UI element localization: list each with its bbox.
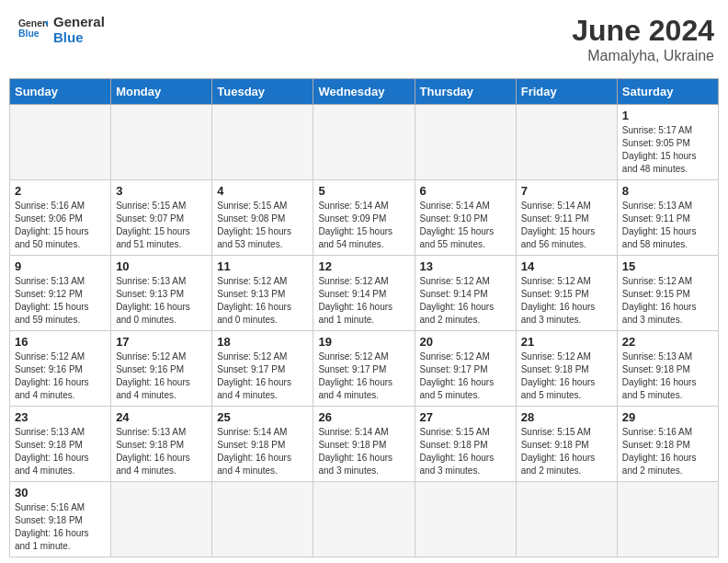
day-number: 16 bbox=[15, 335, 106, 349]
day-number: 24 bbox=[116, 410, 207, 424]
sun-info: Sunrise: 5:12 AM Sunset: 9:18 PM Dayligh… bbox=[521, 350, 612, 402]
calendar-week-6: 30Sunrise: 5:16 AM Sunset: 9:18 PM Dayli… bbox=[10, 482, 719, 557]
calendar-cell bbox=[415, 105, 516, 180]
calendar-cell: 12Sunrise: 5:12 AM Sunset: 9:14 PM Dayli… bbox=[313, 256, 415, 331]
calendar-cell: 18Sunrise: 5:12 AM Sunset: 9:17 PM Dayli… bbox=[212, 331, 313, 407]
day-number: 1 bbox=[622, 109, 713, 122]
calendar-cell: 22Sunrise: 5:13 AM Sunset: 9:18 PM Dayli… bbox=[617, 331, 718, 407]
sun-info: Sunrise: 5:12 AM Sunset: 9:17 PM Dayligh… bbox=[318, 350, 409, 402]
calendar-cell: 5Sunrise: 5:14 AM Sunset: 9:09 PM Daylig… bbox=[313, 180, 415, 256]
calendar-cell: 6Sunrise: 5:14 AM Sunset: 9:10 PM Daylig… bbox=[415, 180, 516, 256]
sun-info: Sunrise: 5:14 AM Sunset: 9:18 PM Dayligh… bbox=[217, 426, 308, 477]
sun-info: Sunrise: 5:12 AM Sunset: 9:15 PM Dayligh… bbox=[521, 275, 612, 327]
day-number: 13 bbox=[420, 259, 511, 273]
calendar-cell bbox=[313, 105, 415, 180]
sun-info: Sunrise: 5:12 AM Sunset: 9:15 PM Dayligh… bbox=[622, 275, 713, 327]
calendar-cell bbox=[415, 482, 516, 557]
day-number: 7 bbox=[521, 184, 612, 198]
sun-info: Sunrise: 5:12 AM Sunset: 9:14 PM Dayligh… bbox=[420, 275, 511, 327]
header-saturday: Saturday bbox=[617, 79, 718, 105]
calendar-cell: 26Sunrise: 5:14 AM Sunset: 9:18 PM Dayli… bbox=[313, 407, 415, 482]
sun-info: Sunrise: 5:15 AM Sunset: 9:18 PM Dayligh… bbox=[420, 426, 511, 477]
sun-info: Sunrise: 5:13 AM Sunset: 9:11 PM Dayligh… bbox=[622, 200, 713, 251]
sun-info: Sunrise: 5:14 AM Sunset: 9:18 PM Dayligh… bbox=[318, 426, 409, 477]
logo-general: General bbox=[53, 14, 105, 29]
header-monday: Monday bbox=[111, 79, 212, 105]
day-number: 9 bbox=[15, 259, 106, 273]
calendar-cell: 2Sunrise: 5:16 AM Sunset: 9:06 PM Daylig… bbox=[10, 180, 111, 256]
calendar-cell: 15Sunrise: 5:12 AM Sunset: 9:15 PM Dayli… bbox=[617, 256, 718, 331]
calendar-week-3: 9Sunrise: 5:13 AM Sunset: 9:12 PM Daylig… bbox=[10, 256, 719, 331]
calendar-cell: 20Sunrise: 5:12 AM Sunset: 9:17 PM Dayli… bbox=[415, 331, 516, 407]
calendar-cell: 1Sunrise: 5:17 AM Sunset: 9:05 PM Daylig… bbox=[617, 105, 718, 180]
calendar-table: SundayMondayTuesdayWednesdayThursdayFrid… bbox=[9, 78, 719, 557]
calendar-cell: 28Sunrise: 5:15 AM Sunset: 9:18 PM Dayli… bbox=[516, 407, 617, 482]
day-number: 28 bbox=[521, 410, 612, 424]
sun-info: Sunrise: 5:14 AM Sunset: 9:09 PM Dayligh… bbox=[318, 200, 409, 251]
day-number: 23 bbox=[15, 410, 106, 424]
header-friday: Friday bbox=[516, 79, 617, 105]
calendar-header-row: SundayMondayTuesdayWednesdayThursdayFrid… bbox=[10, 79, 719, 105]
title-area: June 2024 Mamalyha, Ukraine bbox=[572, 14, 714, 64]
calendar-cell bbox=[212, 482, 313, 557]
sun-info: Sunrise: 5:12 AM Sunset: 9:16 PM Dayligh… bbox=[15, 350, 106, 402]
sun-info: Sunrise: 5:16 AM Sunset: 9:18 PM Dayligh… bbox=[622, 426, 713, 477]
calendar-cell bbox=[10, 105, 111, 180]
sun-info: Sunrise: 5:15 AM Sunset: 9:08 PM Dayligh… bbox=[217, 200, 308, 251]
header-thursday: Thursday bbox=[415, 79, 516, 105]
sun-info: Sunrise: 5:14 AM Sunset: 9:11 PM Dayligh… bbox=[521, 200, 612, 251]
sun-info: Sunrise: 5:17 AM Sunset: 9:05 PM Dayligh… bbox=[622, 124, 713, 176]
day-number: 10 bbox=[116, 259, 207, 273]
day-number: 19 bbox=[318, 335, 409, 349]
calendar-week-1: 1Sunrise: 5:17 AM Sunset: 9:05 PM Daylig… bbox=[10, 105, 719, 180]
day-number: 27 bbox=[420, 410, 511, 424]
calendar-cell: 17Sunrise: 5:12 AM Sunset: 9:16 PM Dayli… bbox=[111, 331, 212, 407]
logo: General Blue General Blue bbox=[18, 14, 105, 45]
sun-info: Sunrise: 5:13 AM Sunset: 9:18 PM Dayligh… bbox=[15, 426, 106, 477]
calendar-cell bbox=[617, 482, 718, 557]
sun-info: Sunrise: 5:16 AM Sunset: 9:18 PM Dayligh… bbox=[15, 501, 106, 553]
day-number: 21 bbox=[521, 335, 612, 349]
sun-info: Sunrise: 5:13 AM Sunset: 9:18 PM Dayligh… bbox=[116, 426, 207, 477]
calendar-cell: 27Sunrise: 5:15 AM Sunset: 9:18 PM Dayli… bbox=[415, 407, 516, 482]
calendar-cell: 29Sunrise: 5:16 AM Sunset: 9:18 PM Dayli… bbox=[617, 407, 718, 482]
calendar-cell bbox=[111, 105, 212, 180]
day-number: 8 bbox=[622, 184, 713, 198]
day-number: 12 bbox=[318, 259, 409, 273]
location: Mamalyha, Ukraine bbox=[572, 48, 714, 64]
sun-info: Sunrise: 5:12 AM Sunset: 9:17 PM Dayligh… bbox=[217, 350, 308, 402]
sun-info: Sunrise: 5:14 AM Sunset: 9:10 PM Dayligh… bbox=[420, 200, 511, 251]
calendar-cell: 8Sunrise: 5:13 AM Sunset: 9:11 PM Daylig… bbox=[617, 180, 718, 256]
calendar-cell: 23Sunrise: 5:13 AM Sunset: 9:18 PM Dayli… bbox=[10, 407, 111, 482]
month-year: June 2024 bbox=[572, 14, 714, 48]
calendar-cell: 25Sunrise: 5:14 AM Sunset: 9:18 PM Dayli… bbox=[212, 407, 313, 482]
sun-info: Sunrise: 5:12 AM Sunset: 9:17 PM Dayligh… bbox=[420, 350, 511, 402]
calendar-week-4: 16Sunrise: 5:12 AM Sunset: 9:16 PM Dayli… bbox=[10, 331, 719, 407]
sun-info: Sunrise: 5:15 AM Sunset: 9:18 PM Dayligh… bbox=[521, 426, 612, 477]
header-wednesday: Wednesday bbox=[313, 79, 415, 105]
svg-text:General: General bbox=[18, 18, 48, 29]
day-number: 17 bbox=[116, 335, 207, 349]
day-number: 30 bbox=[15, 486, 106, 500]
calendar-cell bbox=[212, 105, 313, 180]
day-number: 18 bbox=[217, 335, 308, 349]
calendar-cell bbox=[313, 482, 415, 557]
sun-info: Sunrise: 5:12 AM Sunset: 9:13 PM Dayligh… bbox=[217, 275, 308, 327]
header-tuesday: Tuesday bbox=[212, 79, 313, 105]
header: General Blue General Blue June 2024 Mama… bbox=[9, 9, 719, 69]
calendar-cell: 4Sunrise: 5:15 AM Sunset: 9:08 PM Daylig… bbox=[212, 180, 313, 256]
day-number: 14 bbox=[521, 259, 612, 273]
day-number: 26 bbox=[318, 410, 409, 424]
sun-info: Sunrise: 5:13 AM Sunset: 9:18 PM Dayligh… bbox=[622, 350, 713, 402]
calendar-cell: 3Sunrise: 5:15 AM Sunset: 9:07 PM Daylig… bbox=[111, 180, 212, 256]
calendar-cell: 16Sunrise: 5:12 AM Sunset: 9:16 PM Dayli… bbox=[10, 331, 111, 407]
day-number: 3 bbox=[116, 184, 207, 198]
sun-info: Sunrise: 5:15 AM Sunset: 9:07 PM Dayligh… bbox=[116, 200, 207, 251]
calendar-cell: 14Sunrise: 5:12 AM Sunset: 9:15 PM Dayli… bbox=[516, 256, 617, 331]
header-sunday: Sunday bbox=[10, 79, 111, 105]
calendar-cell: 19Sunrise: 5:12 AM Sunset: 9:17 PM Dayli… bbox=[313, 331, 415, 407]
logo-icon: General Blue bbox=[18, 17, 48, 42]
day-number: 2 bbox=[15, 184, 106, 198]
day-number: 11 bbox=[217, 259, 308, 273]
sun-info: Sunrise: 5:12 AM Sunset: 9:14 PM Dayligh… bbox=[318, 275, 409, 327]
